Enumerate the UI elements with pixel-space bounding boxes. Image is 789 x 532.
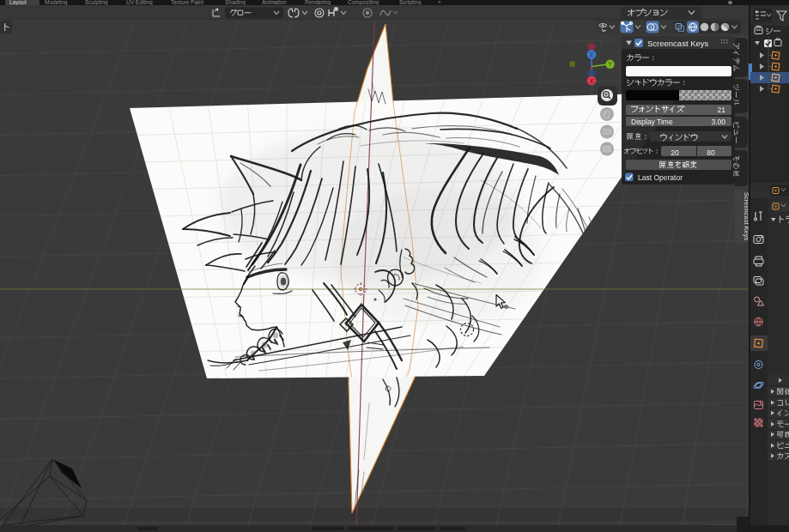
svg-text:3.00: 3.00 [711, 118, 725, 126]
svg-text:Screencast Keys: Screencast Keys [647, 39, 709, 48]
svg-text:Display Time: Display Time [631, 118, 673, 126]
svg-text:Screencast Keys: Screencast Keys [743, 192, 750, 241]
svg-text:80: 80 [707, 148, 715, 157]
svg-text:21: 21 [718, 106, 726, 114]
svg-text:20: 20 [671, 148, 679, 157]
svg-text:Last Operator: Last Operator [638, 173, 683, 182]
